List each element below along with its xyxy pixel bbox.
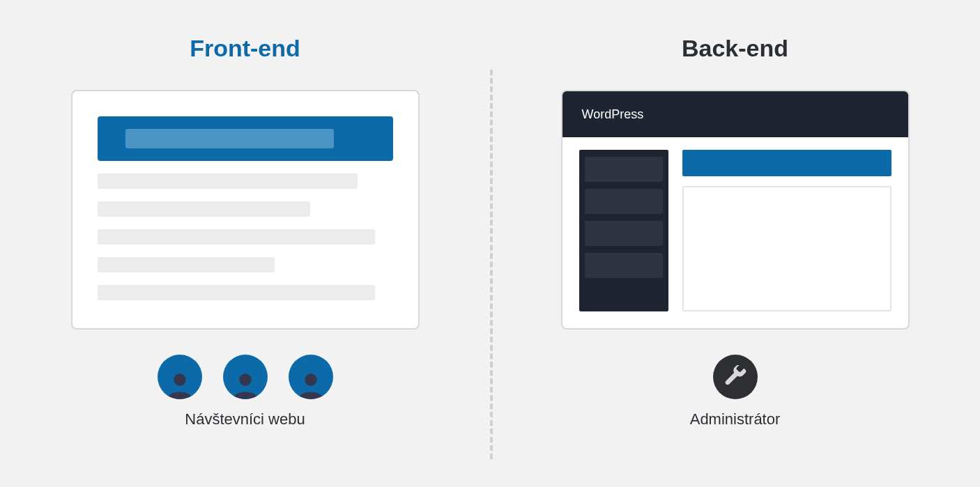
frontend-mock-line [98,201,310,217]
backend-title: Back-end [682,35,788,62]
frontend-mock-header [98,116,393,161]
backend-panel: Back-end WordPress Administrátor [490,0,980,487]
backend-mock-sidebar-item [585,157,663,182]
visitor-avatar [158,355,202,399]
frontend-mock-header-bar [125,129,335,148]
backend-mock-sidebar-item [585,189,663,214]
svg-point-0 [174,373,186,386]
frontend-mock-line [98,257,275,272]
person-icon [231,370,260,399]
backend-mock-sidebar-item [585,253,663,278]
backend-mock-accent-bar [682,150,891,176]
svg-point-1 [239,373,252,386]
wrench-icon [723,365,747,389]
backend-mock-sidebar-item [585,221,663,246]
person-icon [296,370,326,399]
frontend-mock-line [98,229,376,245]
frontend-mock-window [71,90,420,330]
backend-mock-topbar: WordPress [562,91,908,137]
divider [490,70,493,459]
visitors-avatars [158,355,333,399]
backend-mock-content-panel [682,186,891,311]
frontend-mock-line [98,285,376,300]
backend-topbar-label: WordPress [582,107,644,122]
visitor-avatar [289,355,333,399]
visitor-avatar [223,355,268,399]
backend-mock-main [682,150,891,311]
frontend-mock-line [98,173,358,189]
admin-avatar [713,355,758,399]
person-icon [165,370,194,399]
backend-mock-window: WordPress [561,90,910,330]
svg-point-2 [305,373,317,386]
frontend-panel: Front-end Návšt [0,0,490,487]
admin-caption: Administrátor [690,410,781,428]
frontend-title: Front-end [190,35,300,62]
visitors-caption: Návštevníci webu [185,410,305,428]
backend-mock-sidebar [579,150,668,311]
backend-mock-body [562,137,908,328]
